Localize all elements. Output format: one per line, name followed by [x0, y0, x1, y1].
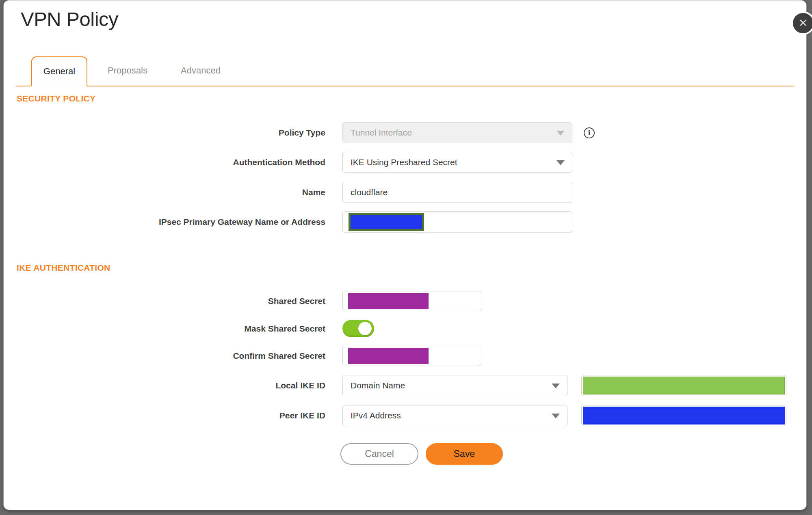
- authentication-method-value: IKE Using Preshared Secret: [343, 157, 457, 167]
- shared-secret-label: Shared Secret: [17, 296, 325, 306]
- confirm-shared-secret-input[interactable]: [342, 346, 481, 366]
- chevron-down-icon: [556, 160, 565, 165]
- peer-ike-id-type-select[interactable]: IPv4 Address: [342, 405, 567, 426]
- chevron-down-icon: [552, 384, 560, 388]
- local-ike-id-type-value: Domain Name: [343, 381, 405, 390]
- shared-secret-redacted-value: [348, 293, 429, 309]
- local-ike-id-redacted-value: [583, 377, 785, 394]
- info-icon[interactable]: i: [584, 127, 595, 138]
- info-icon-glyph: i: [588, 129, 590, 137]
- gateway-redacted-value: [349, 213, 424, 231]
- tab-bar: General Proposals Advanced: [16, 56, 794, 86]
- tab-general[interactable]: General: [31, 56, 87, 86]
- chevron-down-icon: [552, 414, 560, 418]
- row-confirm-shared-secret: Confirm Shared Secret: [17, 346, 793, 366]
- row-name: Name cloudflare: [17, 182, 793, 203]
- section-heading-security-policy: SECURITY POLICY: [17, 94, 793, 103]
- local-ike-id-label: Local IKE ID: [17, 381, 325, 390]
- name-input[interactable]: cloudflare: [342, 182, 572, 203]
- dialog-content: SECURITY POLICY Policy Type Tunnel Inter…: [4, 86, 806, 465]
- tab-general-label: General: [43, 66, 75, 77]
- policy-type-select[interactable]: Tunnel Interface: [342, 122, 572, 143]
- gateway-label: IPsec Primary Gateway Name or Address: [17, 217, 325, 227]
- section-heading-ike-authentication: IKE AUTHENTICATION: [17, 263, 793, 273]
- name-value: cloudflare: [343, 187, 388, 197]
- tab-advanced-label: Advanced: [181, 65, 221, 76]
- peer-ike-id-label: Peer IKE ID: [17, 411, 325, 420]
- confirm-shared-secret-redacted-value: [348, 348, 429, 364]
- name-label: Name: [17, 187, 325, 197]
- toggle-knob: [358, 322, 372, 335]
- row-policy-type: Policy Type Tunnel Interface i: [17, 122, 793, 143]
- row-peer-ike-id: Peer IKE ID IPv4 Address: [17, 405, 793, 426]
- close-button[interactable]: ✕: [791, 11, 812, 35]
- tab-advanced[interactable]: Advanced: [170, 56, 231, 86]
- peer-ike-id-redacted-value: [583, 407, 785, 424]
- policy-type-label: Policy Type: [17, 128, 325, 138]
- local-ike-id-type-select[interactable]: Domain Name: [342, 375, 567, 396]
- page-title: VPN Policy: [21, 8, 118, 30]
- confirm-shared-secret-label: Confirm Shared Secret: [17, 351, 325, 361]
- shared-secret-input[interactable]: [342, 291, 481, 311]
- row-mask-shared-secret: Mask Shared Secret: [17, 320, 793, 337]
- peer-ike-id-type-value: IPv4 Address: [343, 411, 401, 420]
- tab-proposals-label: Proposals: [108, 65, 147, 76]
- row-authentication-method: Authentication Method IKE Using Preshare…: [17, 152, 793, 173]
- mask-shared-secret-label: Mask Shared Secret: [17, 324, 325, 334]
- row-gateway: IPsec Primary Gateway Name or Address: [17, 211, 793, 233]
- chevron-down-icon: [556, 131, 565, 136]
- local-ike-id-value-input[interactable]: [581, 375, 786, 396]
- vpn-policy-dialog: VPN Policy General Proposals Advanced SE…: [3, 0, 807, 510]
- mask-shared-secret-toggle[interactable]: [342, 320, 374, 337]
- gateway-input[interactable]: [342, 211, 572, 233]
- row-shared-secret: Shared Secret: [17, 291, 793, 311]
- row-local-ike-id: Local IKE ID Domain Name: [17, 375, 793, 396]
- authentication-method-select[interactable]: IKE Using Preshared Secret: [342, 152, 572, 173]
- authentication-method-label: Authentication Method: [17, 157, 325, 167]
- tab-proposals[interactable]: Proposals: [97, 56, 158, 86]
- policy-type-value: Tunnel Interface: [343, 128, 412, 138]
- close-icon: ✕: [799, 18, 808, 29]
- save-button[interactable]: Save: [426, 443, 503, 465]
- cancel-button[interactable]: Cancel: [340, 443, 418, 465]
- peer-ike-id-value-input[interactable]: [581, 405, 786, 426]
- dialog-footer: Cancel Save: [340, 443, 793, 465]
